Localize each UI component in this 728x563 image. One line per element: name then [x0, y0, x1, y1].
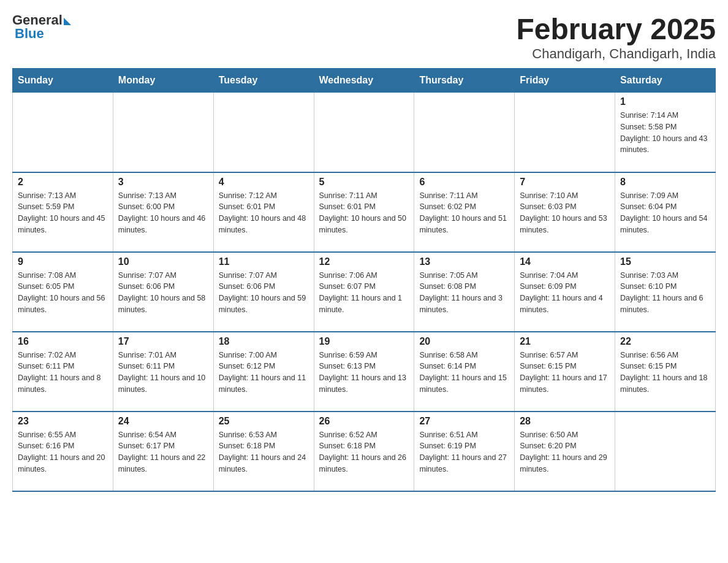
calendar-cell: 2Sunrise: 7:13 AMSunset: 5:59 PMDaylight… — [13, 172, 113, 252]
day-info: Sunrise: 6:53 AMSunset: 6:18 PMDaylight:… — [219, 429, 309, 475]
calendar-cell: 20Sunrise: 6:58 AMSunset: 6:14 PMDayligh… — [414, 332, 515, 412]
calendar-cell: 27Sunrise: 6:51 AMSunset: 6:19 PMDayligh… — [414, 412, 515, 491]
weekday-header-wednesday: Wednesday — [314, 69, 414, 93]
day-number: 19 — [319, 336, 409, 347]
calendar-cell: 16Sunrise: 7:02 AMSunset: 6:11 PMDayligh… — [13, 332, 113, 412]
day-info: Sunrise: 7:04 AMSunset: 6:09 PMDaylight:… — [520, 270, 610, 316]
day-number: 27 — [419, 416, 509, 427]
calendar-week-row: 1Sunrise: 7:14 AMSunset: 5:58 PMDaylight… — [13, 93, 716, 172]
calendar-table: SundayMondayTuesdayWednesdayThursdayFrid… — [12, 68, 716, 492]
calendar-cell: 9Sunrise: 7:08 AMSunset: 6:05 PMDaylight… — [13, 252, 113, 332]
day-info: Sunrise: 7:10 AMSunset: 6:03 PMDaylight:… — [520, 190, 610, 236]
calendar-cell: 17Sunrise: 7:01 AMSunset: 6:11 PMDayligh… — [113, 332, 213, 412]
calendar-cell — [515, 93, 615, 172]
weekday-header-tuesday: Tuesday — [213, 69, 314, 93]
weekday-header-saturday: Saturday — [615, 69, 716, 93]
calendar-cell: 19Sunrise: 6:59 AMSunset: 6:13 PMDayligh… — [314, 332, 414, 412]
day-info: Sunrise: 6:57 AMSunset: 6:15 PMDaylight:… — [520, 350, 610, 396]
logo-blue: Blue — [15, 26, 44, 42]
day-info: Sunrise: 7:12 AMSunset: 6:01 PMDaylight:… — [219, 190, 309, 236]
calendar-cell: 25Sunrise: 6:53 AMSunset: 6:18 PMDayligh… — [213, 412, 314, 491]
day-info: Sunrise: 6:51 AMSunset: 6:19 PMDaylight:… — [419, 429, 509, 475]
day-number: 11 — [219, 256, 309, 267]
calendar-cell — [615, 412, 716, 491]
calendar-cell: 28Sunrise: 6:50 AMSunset: 6:20 PMDayligh… — [515, 412, 615, 491]
day-number: 23 — [18, 416, 108, 427]
day-info: Sunrise: 6:59 AMSunset: 6:13 PMDaylight:… — [319, 350, 409, 396]
calendar-header: SundayMondayTuesdayWednesdayThursdayFrid… — [13, 69, 716, 93]
day-number: 25 — [219, 416, 309, 427]
title-block: February 2025 Chandigarh, Chandigarh, In… — [516, 12, 716, 62]
day-number: 13 — [419, 256, 509, 267]
calendar-cell — [314, 93, 414, 172]
calendar-cell: 11Sunrise: 7:07 AMSunset: 6:06 PMDayligh… — [213, 252, 314, 332]
day-info: Sunrise: 7:07 AMSunset: 6:06 PMDaylight:… — [118, 270, 208, 316]
day-number: 16 — [18, 336, 108, 347]
day-number: 28 — [520, 416, 610, 427]
day-info: Sunrise: 7:11 AMSunset: 6:01 PMDaylight:… — [319, 190, 409, 236]
day-number: 8 — [620, 177, 710, 188]
day-info: Sunrise: 7:05 AMSunset: 6:08 PMDaylight:… — [419, 270, 509, 316]
calendar-cell: 13Sunrise: 7:05 AMSunset: 6:08 PMDayligh… — [414, 252, 515, 332]
day-info: Sunrise: 6:58 AMSunset: 6:14 PMDaylight:… — [419, 350, 509, 396]
day-info: Sunrise: 7:13 AMSunset: 6:00 PMDaylight:… — [118, 190, 208, 236]
day-info: Sunrise: 7:09 AMSunset: 6:04 PMDaylight:… — [620, 190, 710, 236]
calendar-cell: 22Sunrise: 6:56 AMSunset: 6:15 PMDayligh… — [615, 332, 716, 412]
day-number: 24 — [118, 416, 208, 427]
day-number: 14 — [520, 256, 610, 267]
day-number: 9 — [18, 256, 108, 267]
day-number: 12 — [319, 256, 409, 267]
day-number: 3 — [118, 177, 208, 188]
day-info: Sunrise: 7:11 AMSunset: 6:02 PMDaylight:… — [419, 190, 509, 236]
calendar-cell: 7Sunrise: 7:10 AMSunset: 6:03 PMDaylight… — [515, 172, 615, 252]
calendar-cell — [414, 93, 515, 172]
logo-arrow-icon — [64, 18, 71, 25]
weekday-header-row: SundayMondayTuesdayWednesdayThursdayFrid… — [13, 69, 716, 93]
day-info: Sunrise: 7:03 AMSunset: 6:10 PMDaylight:… — [620, 270, 710, 316]
calendar-week-row: 9Sunrise: 7:08 AMSunset: 6:05 PMDaylight… — [13, 252, 716, 332]
calendar-cell: 23Sunrise: 6:55 AMSunset: 6:16 PMDayligh… — [13, 412, 113, 491]
calendar-cell: 6Sunrise: 7:11 AMSunset: 6:02 PMDaylight… — [414, 172, 515, 252]
day-info: Sunrise: 7:08 AMSunset: 6:05 PMDaylight:… — [18, 270, 108, 316]
calendar-cell: 3Sunrise: 7:13 AMSunset: 6:00 PMDaylight… — [113, 172, 213, 252]
day-info: Sunrise: 7:06 AMSunset: 6:07 PMDaylight:… — [319, 270, 409, 316]
day-number: 2 — [18, 177, 108, 188]
calendar-cell: 18Sunrise: 7:00 AMSunset: 6:12 PMDayligh… — [213, 332, 314, 412]
day-number: 10 — [118, 256, 208, 267]
calendar-cell — [213, 93, 314, 172]
day-number: 21 — [520, 336, 610, 347]
day-number: 26 — [319, 416, 409, 427]
day-number: 1 — [620, 96, 710, 107]
day-number: 22 — [620, 336, 710, 347]
weekday-header-monday: Monday — [113, 69, 213, 93]
day-info: Sunrise: 6:52 AMSunset: 6:18 PMDaylight:… — [319, 429, 409, 475]
calendar-week-row: 2Sunrise: 7:13 AMSunset: 5:59 PMDaylight… — [13, 172, 716, 252]
day-info: Sunrise: 6:50 AMSunset: 6:20 PMDaylight:… — [520, 429, 610, 475]
day-info: Sunrise: 6:56 AMSunset: 6:15 PMDaylight:… — [620, 350, 710, 396]
day-info: Sunrise: 6:55 AMSunset: 6:16 PMDaylight:… — [18, 429, 108, 475]
calendar-cell: 24Sunrise: 6:54 AMSunset: 6:17 PMDayligh… — [113, 412, 213, 491]
day-info: Sunrise: 7:02 AMSunset: 6:11 PMDaylight:… — [18, 350, 108, 396]
weekday-header-friday: Friday — [515, 69, 615, 93]
calendar-cell: 1Sunrise: 7:14 AMSunset: 5:58 PMDaylight… — [615, 93, 716, 172]
weekday-header-thursday: Thursday — [414, 69, 515, 93]
calendar-week-row: 16Sunrise: 7:02 AMSunset: 6:11 PMDayligh… — [13, 332, 716, 412]
day-number: 18 — [219, 336, 309, 347]
day-number: 5 — [319, 177, 409, 188]
day-number: 7 — [520, 177, 610, 188]
day-info: Sunrise: 7:00 AMSunset: 6:12 PMDaylight:… — [219, 350, 309, 396]
day-number: 17 — [118, 336, 208, 347]
location-title: Chandigarh, Chandigarh, India — [516, 46, 716, 62]
calendar-cell: 8Sunrise: 7:09 AMSunset: 6:04 PMDaylight… — [615, 172, 716, 252]
day-info: Sunrise: 7:13 AMSunset: 5:59 PMDaylight:… — [18, 190, 108, 236]
calendar-cell: 15Sunrise: 7:03 AMSunset: 6:10 PMDayligh… — [615, 252, 716, 332]
calendar-cell: 4Sunrise: 7:12 AMSunset: 6:01 PMDaylight… — [213, 172, 314, 252]
calendar-cell: 5Sunrise: 7:11 AMSunset: 6:01 PMDaylight… — [314, 172, 414, 252]
page-header: General Blue February 2025 Chandigarh, C… — [12, 12, 716, 62]
month-title: February 2025 — [516, 12, 716, 46]
calendar-cell: 26Sunrise: 6:52 AMSunset: 6:18 PMDayligh… — [314, 412, 414, 491]
calendar-cell — [13, 93, 113, 172]
calendar-cell: 12Sunrise: 7:06 AMSunset: 6:07 PMDayligh… — [314, 252, 414, 332]
calendar-body: 1Sunrise: 7:14 AMSunset: 5:58 PMDaylight… — [13, 93, 716, 491]
calendar-cell: 14Sunrise: 7:04 AMSunset: 6:09 PMDayligh… — [515, 252, 615, 332]
